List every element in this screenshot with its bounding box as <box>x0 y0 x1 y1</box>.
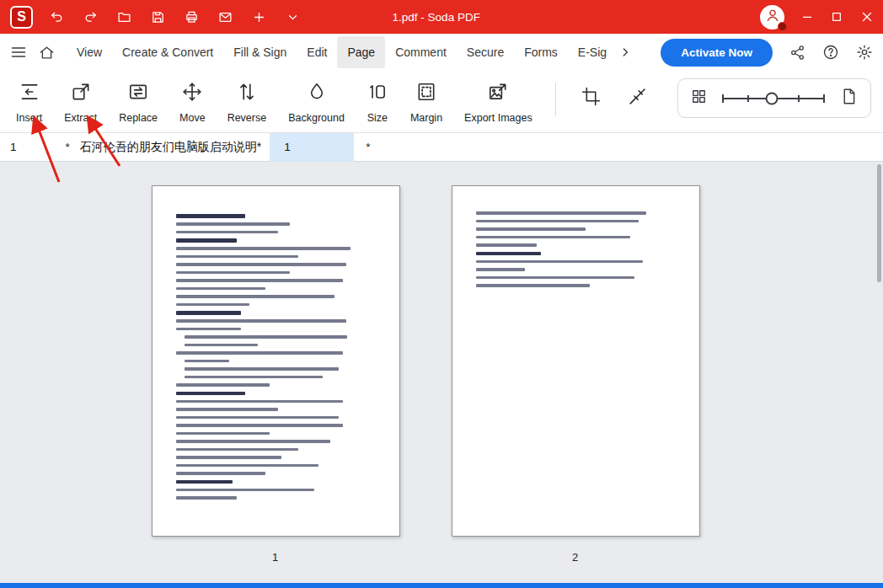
adjust-icon[interactable] <box>614 86 661 107</box>
text-line <box>176 496 237 500</box>
thumbnail-size-slider[interactable] <box>720 88 827 109</box>
tab-e-sig[interactable]: E-Sig <box>568 36 617 68</box>
page-text-content <box>452 186 699 287</box>
tab-edit[interactable]: Edit <box>297 36 337 68</box>
background-icon <box>306 81 328 106</box>
close-button[interactable] <box>859 9 875 24</box>
unsaved-indicator: * <box>66 141 70 153</box>
vertical-scrollbar[interactable] <box>877 164 881 282</box>
text-line <box>476 260 643 264</box>
text-line <box>476 276 634 280</box>
size-icon <box>367 81 388 106</box>
tab-page[interactable]: Page <box>337 36 385 68</box>
page-number-label: 2 <box>572 551 578 564</box>
redo-icon[interactable] <box>83 10 98 24</box>
margin-icon <box>415 81 437 106</box>
page-number-label: 1 <box>272 551 278 564</box>
tool-insert[interactable]: Insert <box>5 81 53 124</box>
tool-size[interactable]: Size <box>356 81 399 124</box>
maximize-button[interactable] <box>830 10 843 24</box>
document-canvas[interactable]: 12 <box>0 162 883 583</box>
print-icon[interactable] <box>185 10 199 24</box>
undo-icon[interactable] <box>50 10 64 24</box>
home-icon[interactable] <box>39 45 55 61</box>
text-line <box>176 416 339 420</box>
toolbar-separator <box>555 83 556 116</box>
text-line <box>176 351 343 355</box>
window-controls <box>800 9 875 24</box>
pdf-page-1[interactable] <box>152 185 400 537</box>
save-icon[interactable] <box>151 10 165 24</box>
text-line <box>176 319 346 323</box>
text-line <box>185 376 323 379</box>
crop-icon[interactable] <box>568 86 614 107</box>
text-line <box>176 400 343 404</box>
expand-icon[interactable] <box>286 10 300 24</box>
extra-tools <box>568 74 661 107</box>
replace-icon <box>127 81 149 106</box>
move-icon <box>181 81 203 106</box>
tool-reverse[interactable]: Reverse <box>217 81 278 124</box>
text-line <box>176 303 249 307</box>
text-heading-line <box>176 392 245 396</box>
tab-active-document[interactable]: 1 <box>270 133 354 162</box>
tab-document-title[interactable]: 石河伦吾的朋友们电脑版启动说明* <box>80 140 261 155</box>
tab-create-convert[interactable]: Create & Convert <box>112 36 223 68</box>
menubar-right: Activate Now <box>661 39 873 67</box>
tool-export-images[interactable]: Export Images <box>453 81 543 124</box>
tool-label: Background <box>288 112 345 124</box>
email-icon[interactable] <box>218 10 233 24</box>
help-icon[interactable] <box>822 44 839 61</box>
tab-secure[interactable]: Secure <box>457 36 514 68</box>
tool-margin[interactable]: Margin <box>399 81 453 124</box>
minimize-button[interactable] <box>800 10 814 24</box>
tab-fill-sign[interactable]: Fill & Sign <box>223 36 297 68</box>
tab-forms[interactable]: Forms <box>514 36 568 68</box>
text-line <box>176 287 265 291</box>
text-line <box>185 335 347 339</box>
text-line <box>176 472 265 475</box>
tool-label: Size <box>367 112 388 124</box>
pdf-page-2[interactable] <box>452 185 700 537</box>
chevron-right-icon[interactable] <box>618 45 632 59</box>
tool-background[interactable]: Background <box>277 81 356 124</box>
menu-icon[interactable] <box>10 44 27 61</box>
single-page-icon[interactable] <box>840 88 858 109</box>
tool-label: Margin <box>410 112 442 124</box>
text-line <box>476 243 537 247</box>
reverse-icon <box>236 81 258 106</box>
text-line <box>176 383 270 387</box>
add-icon[interactable] <box>252 10 266 24</box>
open-file-icon[interactable] <box>117 10 131 24</box>
row-index-label: 1 <box>10 141 17 153</box>
settings-icon[interactable] <box>856 44 873 61</box>
tool-replace[interactable]: Replace <box>108 81 169 124</box>
slider-knob[interactable] <box>767 93 778 104</box>
unsaved-indicator: * <box>366 141 370 153</box>
page-tools-toolbar: InsertExtractReplaceMoveReverseBackgroun… <box>0 71 883 133</box>
tool-label: Move <box>179 112 206 124</box>
text-line <box>176 231 278 234</box>
grid-view-icon[interactable] <box>691 88 707 108</box>
text-line <box>176 408 278 411</box>
text-line <box>476 268 525 271</box>
document-tabstrip: 1 * 石河伦吾的朋友们电脑版启动说明* 1 * <box>0 133 883 162</box>
tab-comment[interactable]: Comment <box>385 36 457 68</box>
tab-view[interactable]: View <box>67 36 112 68</box>
activate-now-button[interactable]: Activate Now <box>661 39 773 67</box>
text-line <box>176 440 330 443</box>
ribbon-tabs: ViewCreate & ConvertFill & SignEditPageC… <box>67 36 617 68</box>
menubar: ViewCreate & ConvertFill & SignEditPageC… <box>0 34 883 71</box>
thumbnail-zoom-group <box>677 78 871 118</box>
app-logo: S <box>10 6 33 29</box>
account-button[interactable] <box>760 5 784 29</box>
tool-label: Extract <box>64 112 97 124</box>
quick-access-toolbar <box>50 10 300 24</box>
titlebar-right <box>760 5 875 29</box>
tool-extract[interactable]: Extract <box>53 81 108 124</box>
text-heading-line <box>176 214 245 218</box>
insert-icon <box>19 81 40 106</box>
tool-move[interactable]: Move <box>169 81 217 124</box>
tool-label: Replace <box>119 112 158 124</box>
share-icon[interactable] <box>789 45 805 61</box>
